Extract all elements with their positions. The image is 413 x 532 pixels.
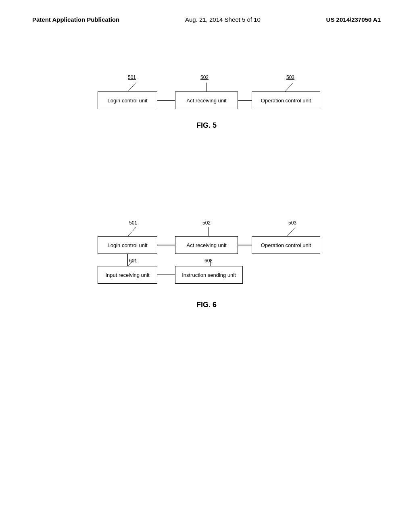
date-sheet-label: Aug. 21, 2014 Sheet 5 of 10: [185, 16, 261, 23]
fig6-section: 501 502 503 601 602 Login control unit A…: [65, 210, 348, 309]
svg-line-7: [287, 227, 295, 236]
publication-label: Patent Application Publication: [32, 16, 119, 23]
ref-602-fig6: 602: [204, 258, 213, 264]
instruction-sending-unit-box-fig6: Instruction sending unit: [175, 266, 243, 284]
act-receiving-unit-box-fig6: Act receiving unit: [175, 236, 238, 254]
diagrams-wrapper: 501 502 503 Login control unit Act recei…: [0, 31, 413, 309]
header: Patent Application Publication Aug. 21, …: [0, 0, 413, 31]
patent-number-label: US 2014/237050 A1: [326, 16, 381, 23]
svg-line-5: [128, 227, 136, 236]
svg-line-2: [285, 83, 293, 91]
svg-line-0: [128, 83, 136, 91]
operation-control-unit-box-fig5: Operation control unit: [252, 91, 320, 109]
ref-502-fig6: 502: [202, 220, 211, 226]
ref-501-fig5: 501: [128, 75, 136, 80]
operation-control-unit-box-fig6: Operation control unit: [252, 236, 320, 254]
act-receiving-unit-box-fig5: Act receiving unit: [175, 91, 238, 109]
page: Patent Application Publication Aug. 21, …: [0, 0, 413, 532]
login-control-unit-box-fig6: Login control unit: [98, 236, 157, 254]
fig6-diagram: 501 502 503 601 602 Login control unit A…: [65, 218, 348, 291]
ref-501-fig6: 501: [129, 220, 137, 226]
ref-502-fig5: 502: [200, 75, 209, 80]
fig5-section: 501 502 503 Login control unit Act recei…: [65, 63, 348, 130]
login-control-unit-box-fig5: Login control unit: [98, 91, 157, 109]
ref-503-fig6: 503: [288, 220, 296, 226]
fig5-diagram: 501 502 503 Login control unit Act recei…: [65, 71, 348, 112]
ref-503-fig5: 503: [286, 75, 294, 80]
input-receiving-unit-box-fig6: Input receiving unit: [98, 266, 157, 284]
ref-601-fig6: 601: [129, 258, 137, 264]
fig5-title: FIG. 5: [196, 121, 217, 130]
fig6-title: FIG. 6: [196, 301, 217, 309]
